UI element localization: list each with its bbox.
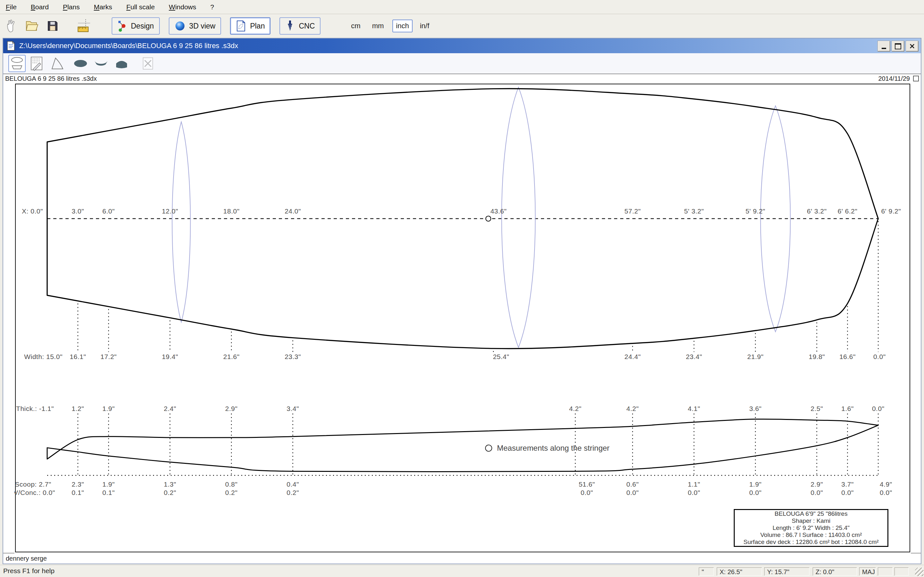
stringer-marker-icon <box>485 445 492 452</box>
svg-text:23.4": 23.4" <box>686 353 702 360</box>
resize-grip[interactable] <box>915 568 923 576</box>
hand-tool-icon[interactable] <box>3 17 20 35</box>
svg-text:V/Conc.: 0.0": V/Conc.: 0.0" <box>15 489 55 496</box>
slice-deck-icon[interactable] <box>113 55 130 72</box>
document-path-title: Z:\Users\dennery\Documents\Boards\BELOUG… <box>19 42 238 50</box>
svg-text:1.9": 1.9" <box>102 480 115 488</box>
svg-text:6.0": 6.0" <box>102 207 115 215</box>
document-icon <box>6 41 15 51</box>
status-x-cell: X: 26.5" <box>717 567 762 576</box>
svg-text:0.8": 0.8" <box>225 480 238 488</box>
svg-text:3.0": 3.0" <box>71 207 84 215</box>
svg-text:0.2": 0.2" <box>164 489 176 496</box>
svg-text:43.6": 43.6" <box>490 207 507 215</box>
stringer-note-label: Measurements along the stringer <box>497 444 610 453</box>
svg-text:2.4": 2.4" <box>164 405 176 412</box>
info-surface: Surface dev deck : 12280.6 cm² bot : 120… <box>735 538 887 546</box>
plan-view-button[interactable]: Plan <box>230 17 270 35</box>
svg-text:0.1": 0.1" <box>102 489 115 496</box>
svg-text:3.4": 3.4" <box>286 405 299 412</box>
svg-text:Width: 15.0": Width: 15.0" <box>24 353 63 360</box>
svg-text:17.2": 17.2" <box>100 353 117 360</box>
svg-text:16.6": 16.6" <box>839 353 856 360</box>
menu-windows[interactable]: Windows <box>169 3 196 11</box>
author-row: dennery serge <box>3 553 921 564</box>
minimize-icon <box>882 48 886 49</box>
measurements-panel-icon[interactable] <box>28 55 45 72</box>
svg-text:1.1": 1.1" <box>688 480 700 488</box>
board-file-name: BELOUGA 6 9 25 86 litres .s3dx <box>5 75 97 82</box>
svg-text:0.4": 0.4" <box>286 480 299 488</box>
svg-text:0.6": 0.6" <box>626 480 639 488</box>
menu-help[interactable]: ? <box>210 3 214 11</box>
svg-text:1.3": 1.3" <box>164 480 176 488</box>
cnc-view-button[interactable]: CNC <box>279 17 320 35</box>
menu-full-scale[interactable]: Full scale <box>126 3 155 11</box>
close-icon <box>909 44 915 48</box>
svg-text:24.4": 24.4" <box>624 353 641 360</box>
export-disabled-icon[interactable] <box>139 55 157 72</box>
svg-text:57.2": 57.2" <box>624 207 641 215</box>
board-name-row: BELOUGA 6 9 25 86 litres .s3dx 2014/11/2… <box>3 74 921 83</box>
board-drawing-canvas[interactable]: X: 0.0"Width: 15.0"Thick.: -1.1"Scoop: 2… <box>15 82 911 553</box>
svg-text:2.9": 2.9" <box>811 480 823 488</box>
maximize-button[interactable] <box>892 41 904 51</box>
slice-bottom-icon[interactable] <box>92 55 110 72</box>
svg-text:0.0": 0.0" <box>873 353 886 360</box>
svg-text:4.1": 4.1" <box>688 405 700 412</box>
svg-text:0.2": 0.2" <box>225 489 238 496</box>
svg-text:0.0": 0.0" <box>841 489 854 496</box>
menu-file[interactable]: File <box>6 3 17 11</box>
board-info-box: BELOUGA 6'9" 25 "86litres Shaper : Kami … <box>734 509 888 547</box>
menu-marks[interactable]: Marks <box>94 3 112 11</box>
status-help-text: Press F1 for help <box>3 567 55 575</box>
svg-text:Thick.: -1.1": Thick.: -1.1" <box>16 405 54 412</box>
save-icon[interactable] <box>44 17 61 35</box>
unit-inch[interactable]: inch <box>393 19 412 32</box>
svg-text:5' 9.2": 5' 9.2" <box>746 207 766 215</box>
svg-text:2.5": 2.5" <box>811 405 823 412</box>
svg-text:24.0": 24.0" <box>284 207 301 215</box>
open-folder-icon[interactable] <box>24 17 40 35</box>
svg-text:0.0": 0.0" <box>749 489 762 496</box>
svg-text:0.0": 0.0" <box>872 405 885 412</box>
cnc-bit-icon <box>285 20 295 32</box>
svg-text:3.7": 3.7" <box>841 480 854 488</box>
outline-view-icon[interactable] <box>8 55 26 72</box>
svg-text:12.0": 12.0" <box>162 207 178 215</box>
svg-text:5' 3.2": 5' 3.2" <box>684 207 704 215</box>
svg-text:Scoop: 2.7": Scoop: 2.7" <box>15 480 51 488</box>
svg-text:0.0": 0.0" <box>626 489 639 496</box>
svg-text:0.0": 0.0" <box>811 489 823 496</box>
info-title: BELOUGA 6'9" 25 "86litres <box>735 510 887 517</box>
unit-cm[interactable]: cm <box>348 20 363 32</box>
unit-mm[interactable]: mm <box>369 20 387 32</box>
svg-text:6' 6.2": 6' 6.2" <box>838 207 858 215</box>
svg-text:21.6": 21.6" <box>223 353 240 360</box>
info-dimensions: Length : 6' 9.2" Width : 25.4" <box>735 524 887 532</box>
unit-inf[interactable]: in/f <box>417 20 432 32</box>
close-button[interactable] <box>906 41 918 51</box>
svg-text:X: 0.0": X: 0.0" <box>22 207 43 215</box>
svg-text:23.3": 23.3" <box>284 353 301 360</box>
stringer-note: Measurements along the stringer <box>485 444 610 453</box>
date-checkbox[interactable] <box>913 76 919 81</box>
svg-text:3.6": 3.6" <box>749 405 762 412</box>
info-shaper: Shaper : Kami <box>735 517 887 524</box>
svg-text:0.0": 0.0" <box>688 489 700 496</box>
slice-plan-icon[interactable] <box>72 55 89 72</box>
menu-board[interactable]: Board <box>31 3 49 11</box>
ruler-icon[interactable] <box>75 17 92 35</box>
svg-text:0.0": 0.0" <box>581 489 593 496</box>
menu-plans[interactable]: Plans <box>63 3 80 11</box>
status-unit-cell: " <box>699 567 714 576</box>
svg-text:19.4": 19.4" <box>162 353 178 360</box>
svg-text:21.9": 21.9" <box>747 353 764 360</box>
status-y-cell: Y: 15.7" <box>764 567 809 576</box>
3d-view-button[interactable]: 3D view <box>169 17 221 35</box>
design-view-button[interactable]: Design <box>111 17 160 35</box>
foil-curve-icon[interactable] <box>49 55 66 72</box>
svg-text:2.9": 2.9" <box>225 405 238 412</box>
minimize-button[interactable] <box>878 41 890 51</box>
author-name: dennery serge <box>6 555 47 562</box>
